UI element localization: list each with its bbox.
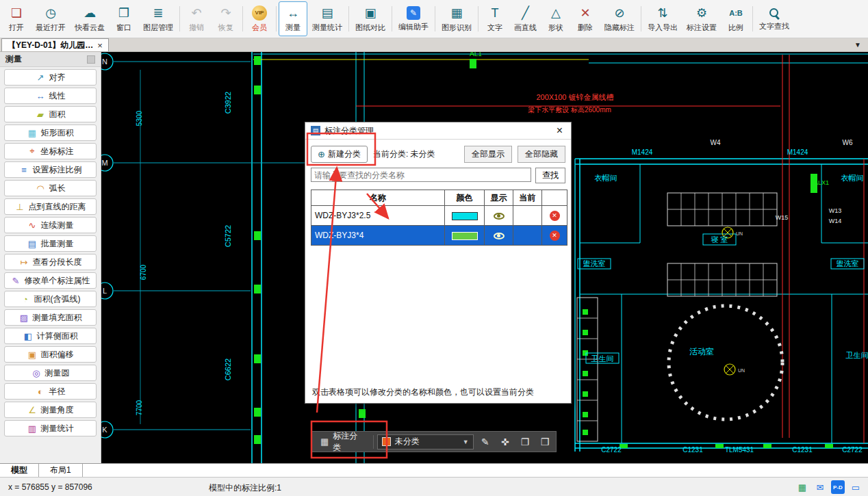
toolbar-drawing-compare-button[interactable]: ▣图纸对比 xyxy=(351,1,390,36)
toolbar-undo-button[interactable]: ↶撤销 xyxy=(182,1,211,36)
classification-dropdown[interactable]: 未分类▼ xyxy=(377,434,474,449)
copy-annotation-icon[interactable]: ❐ xyxy=(517,434,533,450)
fill-area-label: 测量填充面积 xyxy=(33,312,82,324)
measure-panel-header: 测量 xyxy=(0,52,101,67)
toolbar-shape-recognition-button[interactable]: ▦图形识别 xyxy=(437,1,476,36)
sidebar-item-fill-area[interactable]: ▨测量填充面积 xyxy=(4,309,97,326)
panel-collapse-button[interactable] xyxy=(87,55,95,64)
sidebar-item-arc-length[interactable]: ◠弧长 xyxy=(4,180,97,196)
edit-annotation-icon[interactable]: ✎ xyxy=(477,434,494,450)
toolbar-open-button[interactable]: ❏打开 xyxy=(2,1,31,36)
sidebar-item-measure-statistics[interactable]: ▥测量统计 xyxy=(4,420,97,436)
toolbar-window-button[interactable]: ❐窗口 xyxy=(110,1,138,36)
table-icon[interactable]: ▦ xyxy=(795,480,809,494)
delete-icon[interactable]: ✕ xyxy=(550,231,560,241)
drawing-compare-icon: ▣ xyxy=(364,5,376,21)
toolbar-vip-member-button[interactable]: VIP会员 xyxy=(245,1,274,36)
sidebar-item-radius[interactable]: ◐半径 xyxy=(4,383,97,400)
cad-label: 衣帽间 xyxy=(595,174,617,182)
delete-icon[interactable]: ✕ xyxy=(550,211,560,221)
toolbar-shapes-button[interactable]: △形状 xyxy=(541,1,570,36)
toolbar-layer-manager-button[interactable]: ≣图层管理 xyxy=(139,1,177,36)
tab-close-icon[interactable]: × xyxy=(97,40,103,51)
classification-dialog: ▤ 标注分类管理 × ⊕ 新建分类 当前分类: 未分类 全部显示 全部隐藏 查找… xyxy=(305,122,572,404)
find-button[interactable]: 查找 xyxy=(535,168,565,183)
edit-assistant-icon: ✎ xyxy=(407,6,420,20)
toolbar-import-export-button[interactable]: ⇅导入导出 xyxy=(643,1,682,36)
toolbar-measure-button[interactable]: ↔测量 xyxy=(279,1,307,36)
segment-length-label: 查看分段长度 xyxy=(33,257,82,268)
toolbar-edit-assistant-button[interactable]: ✎编辑助手 xyxy=(394,1,433,36)
sidebar-item-modify-single-annotation[interactable]: ✎修改单个标注属性 xyxy=(4,272,97,289)
fixture-label: UN xyxy=(738,368,745,373)
toolbar-cloud-disk-button[interactable]: ☁快看云盘 xyxy=(71,1,109,36)
measure-statistics-icon: ▥ xyxy=(27,423,38,434)
sidebar-item-set-annotation-scale[interactable]: ≡设置标注比例 xyxy=(4,161,97,178)
sidebar-item-point-to-line-distance[interactable]: ⊥点到直线的距离 xyxy=(4,198,97,215)
sidebar-item-batch-measure[interactable]: ▤批量测量 xyxy=(4,235,97,252)
current-cell[interactable] xyxy=(513,206,542,226)
modify-single-annotation-icon: ✎ xyxy=(11,276,21,286)
bottom-tab-布局1[interactable]: 布局1 xyxy=(39,464,83,477)
drawing-tab[interactable]: 【YEY-D-01】幼儿园… × xyxy=(1,38,109,51)
window-icon: ❐ xyxy=(118,5,129,21)
classification-row[interactable]: WDZ-BYJ3*2.5✕ xyxy=(311,206,567,226)
toolbar-text-button[interactable]: T文字 xyxy=(481,1,509,36)
color-swatch[interactable] xyxy=(452,212,478,220)
monitor-icon[interactable]: ▭ xyxy=(849,480,863,494)
cad-label: W13 xyxy=(829,207,842,214)
current-cell[interactable] xyxy=(513,226,542,246)
classification-color-cell xyxy=(445,226,485,246)
classification-search-input[interactable] xyxy=(311,168,531,182)
set-annotation-scale-label: 设置标注比例 xyxy=(33,164,82,176)
toolbar-text-search-button[interactable]: 文字查找 xyxy=(755,1,793,36)
eye-icon[interactable] xyxy=(494,213,505,220)
shapes-label: 形状 xyxy=(548,23,563,33)
toolbar-scale-button[interactable]: A:B比例 xyxy=(722,1,750,36)
move-annotation-icon[interactable]: ✜ xyxy=(497,434,513,450)
sidebar-item-side-area[interactable]: ◧计算侧面积 xyxy=(4,328,97,344)
sidebar-item-continuous-measure[interactable]: ∿连续测量 xyxy=(4,217,97,233)
sidebar-item-segment-length[interactable]: ↦查看分段长度 xyxy=(4,254,97,270)
sidebar-item-area-offset[interactable]: ▣面积偏移 xyxy=(4,346,97,363)
eye-icon[interactable] xyxy=(494,233,505,239)
drawing-tab-label: 【YEY-D-01】幼儿园… xyxy=(8,40,93,51)
sidebar-item-align[interactable]: ↗对齐 xyxy=(4,69,97,86)
classification-row[interactable]: WDZ-BYJ3*4✕ xyxy=(311,226,567,246)
dialog-title-icon: ▤ xyxy=(311,126,320,135)
cad-label: 6700 xyxy=(140,264,147,280)
sidebar-item-rect-area[interactable]: ▦矩形面积 xyxy=(4,125,97,141)
sidebar-item-area[interactable]: ▰面积 xyxy=(4,106,97,122)
new-classification-button[interactable]: ⊕ 新建分类 xyxy=(311,146,368,163)
measure-statistics-icon: ▤ xyxy=(321,5,333,21)
color-swatch[interactable] xyxy=(452,232,478,240)
dialog-close-icon[interactable]: × xyxy=(554,125,565,137)
hide-all-button[interactable]: 全部隐藏 xyxy=(518,146,565,163)
toolbar-hide-annotations-button[interactable]: ⊘隐藏标注 xyxy=(600,1,639,36)
bottom-tab-模型[interactable]: 模型 xyxy=(0,464,39,477)
toolbar-annotation-settings-button[interactable]: ⚙标注设置 xyxy=(682,1,721,36)
classification-color-cell xyxy=(445,206,485,226)
cad-label: TLM5431 xyxy=(725,446,754,454)
classification-table: 名称颜色显示当前 WDZ-BYJ3*2.5✕WDZ-BYJ3*4✕ xyxy=(311,190,567,246)
sidebar-item-measure-angle[interactable]: ∠测量角度 xyxy=(4,402,97,418)
batch-measure-label: 批量测量 xyxy=(41,238,74,250)
sidebar-item-area-with-arc[interactable]: ◔面积(含弧线) xyxy=(4,291,97,307)
show-all-button[interactable]: 全部显示 xyxy=(464,146,512,163)
sidebar-item-measure-circle[interactable]: ◎测量圆 xyxy=(4,365,97,381)
sidebar-item-linear[interactable]: ↔线性 xyxy=(4,88,97,104)
sidebar-item-coordinate-annotation[interactable]: ⌖坐标标注 xyxy=(4,143,97,159)
cad-label: W6 xyxy=(843,139,853,146)
paste-annotation-icon[interactable]: ❒ xyxy=(537,434,553,450)
toolbar-recent-open-button[interactable]: ◷最近打开 xyxy=(31,1,70,36)
tabbar-collapse-icon[interactable]: ▼ xyxy=(854,41,861,49)
toolbar-redo-button[interactable]: ↷恢复 xyxy=(212,1,240,36)
window-label: 窗口 xyxy=(116,23,131,33)
message-icon[interactable]: ✉ xyxy=(813,480,827,494)
pd-badge[interactable]: P-D xyxy=(831,480,845,494)
toolbar-separator xyxy=(435,6,435,31)
toolbar-draw-line-button[interactable]: ╱画直线 xyxy=(510,1,541,36)
toolbar-measure-statistics-button[interactable]: ▤测量统计 xyxy=(308,1,346,36)
annotation-classify-button[interactable]: ▦标注分类 xyxy=(315,428,370,456)
toolbar-delete-button[interactable]: ✕删除 xyxy=(571,1,600,36)
